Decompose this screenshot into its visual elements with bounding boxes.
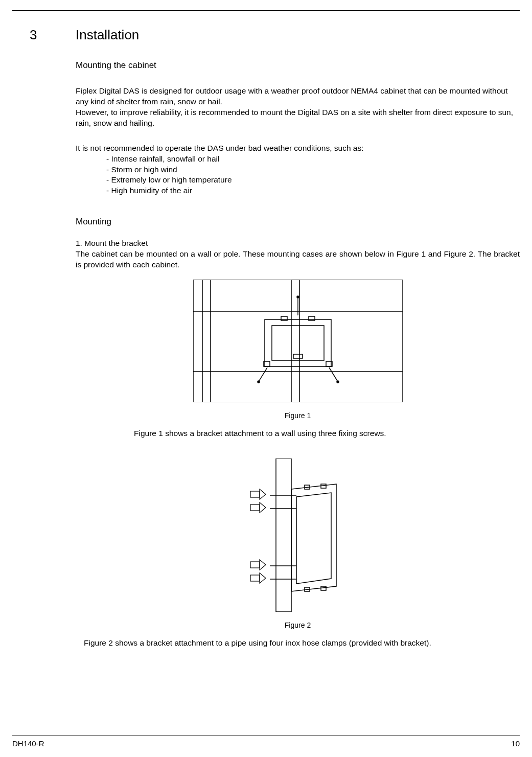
paragraph: It is not recommended to operate the DAS… (76, 143, 520, 154)
figure-1 (76, 280, 520, 404)
wall-mount-diagram-icon (193, 280, 403, 402)
list-item: - Storm or high wind (106, 165, 520, 175)
list-item: - High humidity of the air (106, 186, 520, 196)
footer-doc-id: DH140-R (12, 739, 44, 748)
svg-rect-11 (293, 354, 303, 358)
svg-rect-5 (265, 319, 331, 366)
svg-rect-33 (250, 562, 260, 568)
section-number: 3 (30, 27, 76, 43)
svg-marker-36 (260, 573, 266, 583)
section-title: Installation (76, 27, 139, 43)
svg-point-13 (258, 381, 260, 383)
svg-marker-19 (291, 484, 336, 591)
svg-rect-18 (276, 458, 291, 612)
figure-2 (76, 458, 520, 614)
svg-rect-35 (250, 575, 260, 581)
pole-mount-diagram-icon (239, 458, 357, 612)
svg-rect-31 (250, 504, 260, 511)
svg-marker-30 (260, 489, 266, 499)
svg-marker-20 (296, 493, 331, 584)
svg-rect-9 (281, 316, 287, 320)
step-title: 1. Mount the bracket (76, 238, 520, 249)
figure-2-description: Figure 2 shows a bracket attachment to a… (76, 638, 520, 648)
list-item: - Intense rainfall, snowfall or hail (106, 154, 520, 165)
svg-rect-29 (250, 491, 260, 497)
svg-line-12 (259, 368, 267, 381)
figure-2-caption: Figure 2 (76, 621, 520, 629)
svg-rect-22 (321, 484, 326, 488)
figure-1-description: Figure 1 shows a bracket attachment to a… (76, 429, 520, 438)
footer-page-number: 10 (511, 739, 520, 748)
svg-marker-34 (260, 560, 266, 570)
figure-1-caption: Figure 1 (76, 411, 520, 420)
svg-rect-24 (321, 586, 326, 590)
svg-point-17 (297, 296, 299, 298)
svg-rect-6 (272, 326, 324, 360)
svg-line-14 (329, 368, 337, 381)
list-item: - Extremely low or high temperature (106, 175, 520, 186)
paragraph: However, to improve reliability, it is r… (76, 107, 520, 129)
svg-rect-1 (202, 280, 211, 402)
subheading-mounting-cabinet: Mounting the cabinet (76, 60, 520, 71)
paragraph: The cabinet can be mounted on a wall or … (76, 249, 520, 270)
paragraph: Fiplex Digital DAS is designed for outdo… (76, 86, 520, 107)
svg-point-15 (337, 381, 339, 383)
svg-rect-10 (309, 316, 315, 320)
svg-marker-32 (260, 502, 266, 513)
subheading-mounting: Mounting (76, 217, 520, 227)
